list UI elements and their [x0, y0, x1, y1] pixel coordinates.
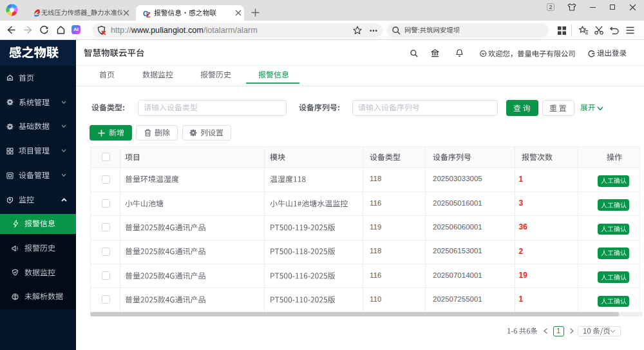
svg-text:Z: Z — [146, 11, 151, 18]
